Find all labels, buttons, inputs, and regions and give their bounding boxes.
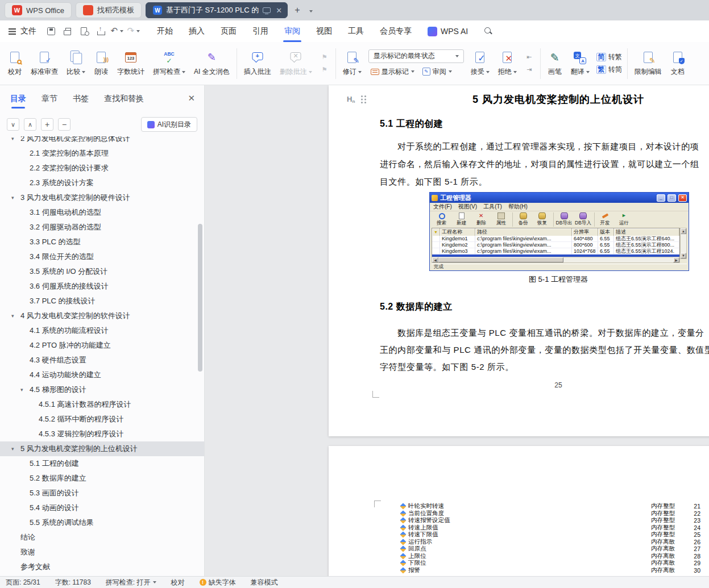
proofread-button[interactable]: 校对 [3, 45, 26, 82]
previous-comment-icon[interactable]: ⚑ [319, 52, 330, 62]
ribbon-tab[interactable]: 视图 [308, 20, 340, 42]
toc-item[interactable]: 2 风力发电机变桨控制的总体设计 [0, 136, 204, 146]
toc-item[interactable]: 4 风力发电机变桨控制的软件设计 [0, 308, 204, 323]
delete-comment-button[interactable]: 删除批注 [276, 45, 316, 82]
toc-item[interactable]: 参考文献 [0, 560, 204, 574]
next-comment-icon[interactable]: ⚑ [319, 65, 330, 74]
previous-change-icon[interactable]: ⇤ [524, 52, 535, 62]
tab-current-document[interactable]: W 基于西门子 S7-1200 PLC 的 ✕ [146, 2, 288, 18]
compat-mode-indicator[interactable]: 兼容模式 [251, 578, 278, 587]
toc-item[interactable]: 3 风力发电机变桨控制的硬件设计 [0, 190, 204, 205]
page-indicator[interactable]: 页面: 25/31 [6, 578, 40, 587]
toc-item[interactable]: 3.7 PLC 的接线设计 [0, 294, 204, 308]
show-markup-button[interactable]: 显示标记 [368, 66, 417, 78]
toc-item[interactable]: 致谢 [0, 545, 204, 560]
print-button[interactable] [60, 24, 75, 39]
toc-item[interactable]: 2.2 变桨控制的设计要求 [0, 161, 204, 176]
translate-button[interactable]: 翻译 [567, 45, 594, 82]
zoom-out-button[interactable] [58, 118, 71, 131]
toc-item[interactable]: 4.1 系统的功能流程设计 [0, 323, 204, 338]
toc-item[interactable]: 3.5 系统的 I/O 分配设计 [0, 264, 204, 279]
document-page-25[interactable]: 5 风力发电机变桨控制的上位机设计 5.1 工程的创建 对于系统的工程创建，通过… [329, 85, 709, 436]
toc-item[interactable]: 3.4 限位开关的选型 [0, 249, 204, 264]
sidebar-tab[interactable]: 章节 [42, 85, 57, 112]
word-count-indicator[interactable]: 字数: 11783 [55, 578, 91, 587]
present-screen-icon[interactable] [263, 7, 271, 13]
toc-item[interactable]: 5.5 系统的调试结果 [0, 515, 204, 530]
tab-docer-template[interactable]: 找稻壳模板 [76, 2, 142, 18]
review-pane-button[interactable]: 审阅 [420, 66, 454, 78]
toc-item[interactable]: 3.6 伺服系统的接线设计 [0, 279, 204, 294]
toc-item[interactable]: 3.2 伺服驱动器的选型 [0, 220, 204, 235]
zoom-in-button[interactable] [41, 118, 53, 131]
word-count-button[interactable]: 字数统计 [113, 45, 148, 82]
document-page-26[interactable]: 叶轮实时转速 内存整型 21 当前位置角度 内存整型 22 转速报警设定值 内存… [329, 446, 709, 576]
document-canvas[interactable]: 5 风力发电机变桨控制的上位机设计 5.1 工程的创建 对于系统的工程创建，通过… [205, 85, 709, 576]
collapse-arrow-icon[interactable] [11, 136, 18, 141]
toc-item[interactable]: 4.5.2 循环中断的程序设计 [0, 412, 204, 427]
toc-item[interactable]: 4.4 运动功能块的建立 [0, 368, 204, 382]
accept-button[interactable]: ✓ 接受 [467, 45, 494, 82]
ribbon-tab[interactable]: 引用 [244, 20, 276, 42]
new-tab-button[interactable]: + [292, 5, 302, 15]
standard-review-button[interactable]: ✓ 标准审查 [27, 45, 62, 82]
doc-permission-button[interactable]: 文档 [666, 45, 689, 82]
save-button[interactable] [43, 24, 59, 39]
toc-item[interactable]: 5.2 数据库的建立 [0, 471, 204, 486]
reject-button[interactable]: ✕ 拒绝 [494, 45, 521, 82]
toc-item[interactable]: 5.1 工程的创建 [0, 456, 204, 471]
ai-recognize-toc-button[interactable]: AI识别目录 [141, 117, 197, 132]
close-sidebar-icon[interactable]: ✕ [188, 93, 195, 103]
insert-comment-button[interactable]: 插入批注 [240, 45, 275, 82]
compare-button[interactable]: 比较 [63, 45, 89, 82]
ribbon-tab[interactable]: 插入 [181, 20, 213, 42]
toc-item[interactable]: 4.3 硬件组态设置 [0, 353, 204, 368]
search-icon[interactable] [484, 27, 493, 36]
toc-item[interactable]: 5.3 画面的设计 [0, 486, 204, 501]
sidebar-scrollbar[interactable] [198, 140, 202, 574]
output-share-button[interactable] [93, 24, 108, 39]
toc-item[interactable]: 4.5.3 逻辑控制的程序设计 [0, 427, 204, 441]
toc-item[interactable]: 3.3 PLC 的选型 [0, 235, 204, 249]
scrollbar-thumb[interactable] [198, 224, 202, 372]
toc-item[interactable]: 结论 [0, 530, 204, 545]
read-aloud-button[interactable]: ))) 朗读 [90, 45, 113, 82]
ribbon-tab[interactable]: 页面 [213, 20, 244, 42]
collapse-arrow-icon[interactable] [11, 313, 18, 319]
toc-item[interactable]: 4.5.1 高速计数器的程序设计 [0, 397, 204, 412]
ribbon-tab[interactable]: 开始 [149, 20, 181, 42]
redo-button[interactable] [126, 24, 141, 39]
next-change-icon[interactable]: ⇥ [524, 65, 535, 74]
ai-polish-button[interactable]: AI 全文润色 [190, 45, 234, 82]
restrict-edit-button[interactable]: ✎ 限制编辑 [631, 45, 666, 82]
missing-font-warning[interactable]: ! 缺失字体 [200, 578, 236, 587]
markup-state-dropdown[interactable]: 显示标记的最终状态 [368, 49, 464, 63]
collapse-all-button[interactable] [7, 118, 19, 131]
collapse-arrow-icon[interactable] [11, 446, 18, 452]
sidebar-tab[interactable]: 查找和替换 [104, 85, 144, 112]
toc-item[interactable]: 2.1 变桨控制的基本原理 [0, 146, 204, 161]
sidebar-tab[interactable]: 目录 [10, 85, 26, 112]
tab-wps-office[interactable]: W WPS Office [5, 2, 72, 18]
toc-item[interactable]: 5.4 动画的设计 [0, 501, 204, 515]
spell-check-button[interactable]: 拼写检查 [149, 45, 189, 82]
file-menu-button[interactable]: 文件 [8, 26, 36, 36]
ink-pen-button[interactable]: 画笔 [544, 45, 566, 82]
spellcheck-indicator[interactable]: 拼写检查: 打开 [106, 578, 156, 587]
toc-item[interactable]: 5 风力发电机变桨控制的上位机设计 [0, 441, 204, 456]
ribbon-tab[interactable]: 会员专享 [372, 20, 420, 42]
proofread-indicator[interactable]: 校对 [171, 578, 185, 587]
close-tab-icon[interactable]: ✕ [275, 7, 282, 14]
track-changes-button[interactable]: ✎ 修订 [339, 45, 366, 82]
toc-item[interactable]: 3.1 伺服电动机的选型 [0, 205, 204, 220]
ribbon-tab[interactable]: 工具 [340, 20, 372, 42]
to-simplified-button[interactable]: 繁 转简 [596, 65, 622, 74]
ribbon-tab[interactable]: 审阅 [276, 20, 308, 42]
wps-ai-button[interactable]: WPS AI [428, 27, 468, 36]
toc-item[interactable]: 4.2 PTO 脉冲的功能建立 [0, 338, 204, 353]
expand-all-button[interactable] [24, 118, 36, 131]
undo-button[interactable] [109, 24, 125, 39]
collapse-arrow-icon[interactable] [20, 387, 27, 393]
sidebar-tab[interactable]: 书签 [73, 85, 89, 112]
tab-list-chevron-icon[interactable] [306, 7, 316, 14]
